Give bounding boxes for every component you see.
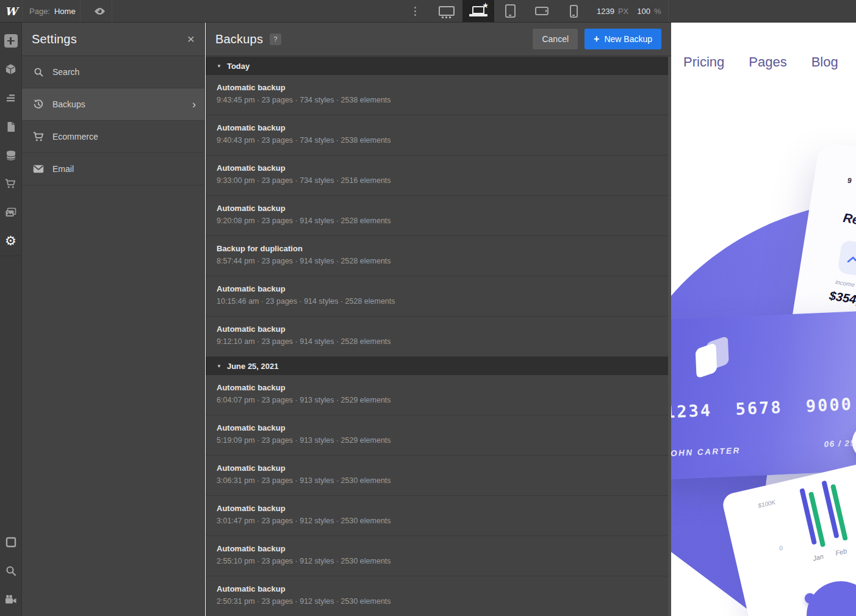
left-toolbar-bottom — [0, 528, 22, 614]
backup-row[interactable]: Automatic backup3:06:31 pm · 23 pages · … — [206, 456, 671, 496]
comments-mode-button[interactable] — [0, 528, 22, 556]
backup-row[interactable]: Automatic backup9:40:43 pm · 23 pages · … — [206, 115, 671, 156]
settings-menu: Search›Backups›Ecommerce›Email› — [22, 56, 204, 185]
navigator-icon — [5, 93, 16, 103]
design-canvas[interactable]: Pricing Pages Blog 9 Re income $354, 123… — [671, 23, 856, 616]
backup-meta: 9:33:00 pm · 23 pages · 734 styles · 251… — [217, 176, 660, 185]
backup-meta: 3:06:31 pm · 23 pages · 913 styles · 253… — [217, 476, 660, 485]
backup-row[interactable]: Automatic backup10:15:46 am · 23 pages ·… — [206, 276, 671, 317]
device-breakpoint-bar: ★ — [431, 0, 589, 22]
page-label: Page: — [29, 7, 50, 16]
navigator-button[interactable] — [0, 84, 22, 112]
mobile-portrait-icon — [570, 5, 578, 18]
phone-report-title: Re — [842, 210, 856, 227]
backup-title: Automatic backup — [217, 544, 660, 553]
menu-item-label: Email — [52, 164, 74, 174]
top-bar: W Page: Home ★ 1239 PX 100 % — [0, 0, 856, 23]
divider — [22, 0, 23, 22]
device-mobile-landscape-button[interactable] — [526, 0, 558, 22]
tablet-icon — [505, 4, 516, 18]
zoom-button[interactable] — [0, 556, 22, 585]
card-number: 1234 5678 9000 0000 — [671, 392, 856, 421]
search-icon — [32, 67, 45, 77]
close-icon[interactable]: × — [187, 33, 195, 45]
device-laptop-button[interactable]: ★ — [462, 0, 494, 22]
scrollbar[interactable] — [668, 57, 671, 616]
new-backup-label: New Backup — [604, 34, 652, 44]
divider — [0, 256, 22, 256]
menu-item-label: Search — [52, 67, 79, 77]
database-icon — [5, 150, 16, 161]
star-icon: ★ — [482, 2, 489, 9]
cancel-button[interactable]: Cancel — [533, 29, 578, 49]
menu-item-label: Backups — [52, 99, 85, 109]
device-tablet-button[interactable] — [494, 0, 526, 22]
backup-meta: 8:57:44 pm · 23 pages · 914 styles · 252… — [217, 257, 660, 265]
backup-row[interactable]: Automatic backup9:20:08 pm · 23 pages · … — [206, 196, 671, 236]
components-button[interactable] — [0, 55, 22, 84]
settings-menu-item-search[interactable]: Search› — [22, 56, 204, 88]
webflow-logo[interactable]: W — [0, 0, 22, 22]
backup-meta: 2:50:31 pm · 23 pages · 912 styles · 253… — [217, 597, 660, 606]
add-elements-button[interactable] — [0, 26, 22, 55]
backup-row[interactable]: Automatic backup3:01:47 pm · 23 pages · … — [206, 496, 671, 536]
settings-menu-item-backups[interactable]: Backups› — [22, 88, 204, 121]
backup-row[interactable]: Automatic backup2:50:31 pm · 23 pages · … — [206, 576, 671, 616]
plus-icon: + — [594, 35, 599, 43]
settings-menu-item-email[interactable]: Email› — [22, 153, 204, 185]
page-name: Home — [54, 7, 76, 16]
divider — [112, 0, 112, 22]
eye-icon — [94, 7, 106, 15]
card-expiry: 06 / 25 — [824, 439, 855, 449]
backup-row[interactable]: Automatic backup6:04:07 pm · 23 pages · … — [206, 375, 671, 415]
backup-row[interactable]: Automatic backup9:43:45 pm · 23 pages · … — [206, 75, 671, 115]
mobile-landscape-icon — [535, 7, 548, 15]
settings-panel: Settings × Search›Backups›Ecommerce›Emai… — [22, 23, 205, 616]
backup-section-header[interactable]: ▼June 25, 2021 — [206, 357, 671, 375]
settings-button[interactable]: ⚙ — [0, 227, 22, 256]
assets-button[interactable] — [0, 198, 22, 227]
collapse-triangle-icon: ▼ — [217, 364, 221, 369]
help-badge[interactable]: ? — [270, 34, 281, 45]
canvas-dimensions[interactable]: 1239 PX 100 % — [597, 0, 661, 22]
line-chart-icon — [846, 251, 856, 267]
chart-y-min: 0 — [779, 545, 783, 552]
page-selector[interactable]: Page: Home — [29, 0, 76, 22]
backup-title: Backup for duplication — [217, 244, 660, 253]
cms-button[interactable] — [0, 141, 22, 170]
backups-panel-header: Backups ? Cancel + New Backup — [206, 23, 671, 56]
backup-list: ▼TodayAutomatic backup9:43:45 pm · 23 pa… — [206, 57, 671, 616]
backup-meta: 2:55:10 pm · 23 pages · 912 styles · 253… — [217, 557, 660, 565]
backup-meta: 3:01:47 pm · 23 pages · 912 styles · 253… — [217, 517, 660, 525]
backups-title: Backups — [215, 32, 263, 46]
new-backup-button[interactable]: + New Backup — [584, 29, 661, 49]
backup-title: Automatic backup — [217, 383, 660, 392]
backup-row[interactable]: Automatic backup2:55:10 pm · 23 pages · … — [206, 536, 671, 576]
magnifier-icon — [5, 565, 16, 576]
pages-button[interactable] — [0, 112, 22, 141]
email-icon — [32, 165, 45, 173]
backup-row[interactable]: Automatic backup9:33:00 pm · 23 pages · … — [206, 156, 671, 196]
more-options-button[interactable] — [410, 0, 420, 22]
cart-icon — [32, 132, 45, 142]
backup-meta: 9:43:45 pm · 23 pages · 734 styles · 253… — [217, 96, 660, 104]
backup-title: Automatic backup — [217, 163, 660, 173]
zoom-value: 100 — [637, 7, 650, 16]
credit-card: 1234 5678 9000 0000 JOHN CARTER 06 / 25 — [671, 308, 856, 479]
device-mobile-portrait-button[interactable] — [558, 0, 589, 22]
divider — [80, 0, 81, 22]
video-button[interactable] — [0, 585, 22, 614]
backup-meta: 9:40:43 pm · 23 pages · 734 styles · 253… — [217, 136, 660, 145]
card-circle-button — [851, 423, 856, 460]
device-desktop-button[interactable] — [431, 0, 462, 22]
backup-row[interactable]: Automatic backup9:12:10 am · 23 pages · … — [206, 317, 671, 357]
settings-menu-item-ecommerce[interactable]: Ecommerce› — [22, 121, 204, 153]
backup-section-header[interactable]: ▼Today — [206, 57, 671, 75]
backup-row[interactable]: Automatic backup5:19:09 pm · 23 pages · … — [206, 415, 671, 456]
chart-month-feb: Feb — [835, 547, 847, 557]
preview-toggle-button[interactable] — [87, 0, 112, 22]
card-logo-icon — [696, 343, 718, 379]
video-camera-icon — [5, 595, 17, 604]
ecommerce-button[interactable] — [0, 170, 22, 198]
backup-row[interactable]: Backup for duplication8:57:44 pm · 23 pa… — [206, 236, 671, 276]
